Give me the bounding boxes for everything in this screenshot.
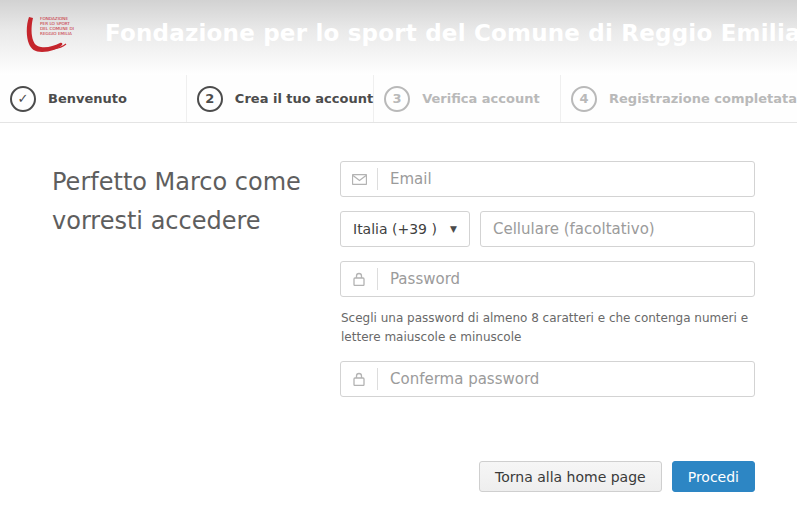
form-actions: Torna alla home page Procedi (340, 461, 755, 492)
confirm-password-input-group (340, 361, 755, 397)
back-home-button[interactable]: Torna alla home page (479, 461, 662, 492)
password-input[interactable] (378, 270, 754, 288)
step-crea-account: 2 Crea il tuo account (187, 75, 374, 122)
step-label: Verifica account (422, 91, 540, 106)
account-form: Italia (+39 ) ▼ Scegli una password di a… (340, 161, 755, 492)
step-verifica-account: 3 Verifica account (374, 75, 561, 122)
check-circle-icon: ✓ (10, 86, 36, 112)
lock-icon (341, 372, 377, 386)
step-label: Registrazione completata (609, 91, 797, 106)
step-label: Benvenuto (48, 91, 127, 106)
country-code-select[interactable]: Italia (+39 ) ▼ (340, 211, 470, 247)
proceed-button[interactable]: Procedi (672, 461, 755, 492)
step-label: Crea il tuo account (235, 91, 373, 106)
app-header: FONDAZIONE PER LO SPORT DEL COMUNE DI RE… (0, 0, 797, 75)
email-input[interactable] (378, 170, 754, 188)
form-heading: Perfetto Marco come vorresti accedere (52, 163, 302, 492)
step-number: ✓ (18, 91, 29, 106)
step-number: 4 (579, 91, 588, 106)
email-input-group (340, 161, 755, 197)
step-registrazione-completata: 4 Registrazione completata (561, 75, 797, 122)
password-input-group (340, 261, 755, 297)
country-code-value: Italia (+39 ) (353, 221, 437, 237)
step-benvenuto: ✓ Benvenuto (0, 75, 187, 122)
step-4-circle: 4 (571, 86, 597, 112)
step-number: 3 (393, 91, 402, 106)
registration-steps: ✓ Benvenuto 2 Crea il tuo account 3 Veri… (0, 75, 797, 123)
mobile-input[interactable] (480, 211, 755, 247)
step-number: 2 (205, 91, 214, 106)
email-icon (341, 174, 377, 185)
step-2-circle: 2 (197, 86, 223, 112)
phone-row: Italia (+39 ) ▼ (340, 211, 755, 247)
chevron-down-icon: ▼ (450, 224, 457, 234)
logo-text-line: REGGIO EMILIA (40, 31, 72, 36)
lock-icon (341, 272, 377, 286)
foundation-logo: FONDAZIONE PER LO SPORT DEL COMUNE DI RE… (20, 11, 78, 61)
password-hint: Scegli una password di almeno 8 caratter… (341, 309, 755, 346)
confirm-password-input[interactable] (378, 370, 754, 388)
step-3-circle: 3 (384, 86, 410, 112)
main-content: Perfetto Marco come vorresti accedere It… (0, 123, 797, 492)
foundation-logo-icon: FONDAZIONE PER LO SPORT DEL COMUNE DI RE… (20, 11, 78, 61)
page-title: Fondazione per lo sport del Comune di Re… (105, 20, 797, 46)
